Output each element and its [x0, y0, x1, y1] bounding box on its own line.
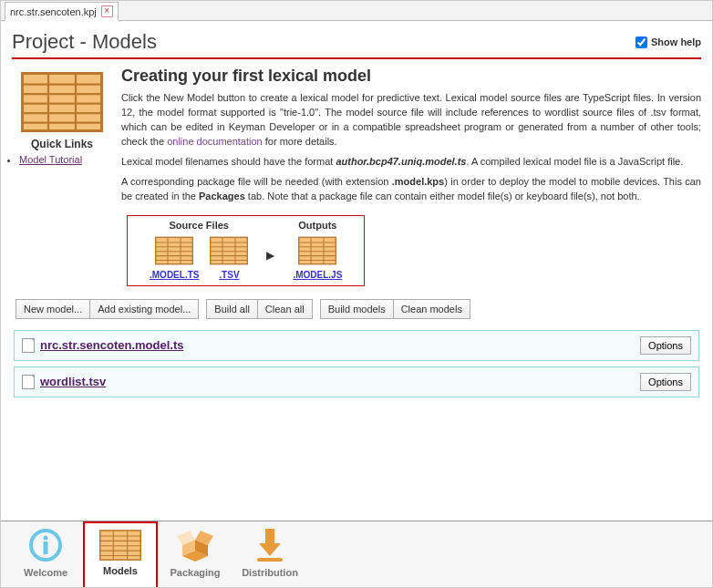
- diagram-source-col: Source Files .MODEL.TS .TSV: [144, 220, 253, 280]
- file-link[interactable]: nrc.str.sencoten.model.ts: [40, 338, 184, 352]
- file-tab-label: nrc.str.sencoten.kpj: [10, 6, 97, 17]
- help-heading: Creating your first lexical model: [121, 67, 701, 86]
- diagram-output-title: Outputs: [287, 220, 347, 236]
- quick-link-model-tutorial[interactable]: Model Tutorial: [19, 154, 82, 165]
- models-large-icon: [21, 72, 103, 132]
- model-filename-format: author.bcp47.uniq.model.ts: [336, 156, 466, 167]
- table-icon: [155, 236, 193, 265]
- svg-marker-17: [259, 543, 281, 556]
- diagram-item-model-js: .MODEL.JS: [293, 236, 342, 280]
- show-help-label: Show help: [651, 36, 701, 47]
- package-icon: [177, 527, 213, 563]
- new-model-button[interactable]: New model...: [16, 299, 90, 319]
- document-icon: [22, 375, 35, 389]
- info-icon: [27, 527, 64, 563]
- nav-packaging[interactable]: Packaging: [158, 521, 232, 587]
- help-paragraph-1: Click the New Model button to create a l…: [121, 91, 701, 150]
- svg-rect-18: [257, 558, 283, 562]
- add-existing-model-button[interactable]: Add existing model...: [89, 299, 199, 319]
- diagram-arrow-icon: ▶: [266, 249, 274, 262]
- build-all-button[interactable]: Build all: [206, 299, 258, 319]
- svg-rect-10: [44, 542, 48, 554]
- file-tab[interactable]: nrc.str.sencoten.kpj ×: [5, 2, 119, 21]
- page-title: Project - Models: [12, 30, 157, 54]
- file-options-button[interactable]: Options: [640, 373, 691, 391]
- source-output-diagram: Source Files .MODEL.TS .TSV ▶ Ou: [127, 215, 365, 286]
- table-icon: [99, 529, 141, 562]
- nav-distribution[interactable]: Distribution: [232, 521, 307, 587]
- packages-tab-ref: Packages: [199, 191, 245, 201]
- download-icon: [252, 527, 288, 563]
- online-documentation-link[interactable]: online documentation: [167, 136, 263, 147]
- diagram-output-col: Outputs .MODEL.JS: [287, 220, 347, 280]
- svg-point-9: [44, 536, 48, 541]
- diagram-source-title: Source Files: [144, 220, 253, 236]
- file-item: wordlist.tsv Options: [14, 366, 699, 397]
- clean-all-button[interactable]: Clean all: [257, 299, 313, 319]
- page-header: Project - Models Show help: [12, 30, 701, 59]
- show-help-toggle[interactable]: Show help: [632, 34, 701, 51]
- build-models-button[interactable]: Build models: [320, 299, 394, 319]
- package-extension: .model.kps: [392, 176, 444, 187]
- close-tab-icon[interactable]: ×: [101, 5, 113, 17]
- quick-links-heading: Quick Links: [12, 138, 112, 150]
- diagram-item-model-ts: .MODEL.TS: [150, 236, 199, 280]
- help-paragraph-2: Lexical model filenames should have the …: [121, 155, 701, 170]
- show-help-checkbox[interactable]: [636, 36, 647, 48]
- sidebar: Quick Links Model Tutorial: [12, 67, 121, 297]
- svg-rect-16: [265, 529, 274, 543]
- quick-links-list: Model Tutorial: [19, 154, 112, 165]
- diagram-item-tsv: .TSV: [210, 236, 248, 280]
- help-content: Creating your first lexical model Click …: [121, 67, 701, 297]
- file-item: nrc.str.sencoten.model.ts Options: [14, 330, 699, 361]
- help-paragraph-3: A corresponding package file will be nee…: [121, 175, 701, 204]
- nav-models[interactable]: Models: [83, 521, 158, 588]
- clean-models-button[interactable]: Clean models: [393, 299, 470, 319]
- file-tab-bar: nrc.str.sencoten.kpj ×: [1, 1, 712, 21]
- models-toolbar: New model... Add existing model... Build…: [16, 299, 701, 319]
- bottom-nav: Welcome Models Packaging Distribution: [1, 521, 712, 587]
- nav-welcome[interactable]: Welcome: [8, 521, 83, 587]
- file-options-button[interactable]: Options: [640, 336, 691, 355]
- table-icon: [298, 236, 336, 265]
- document-icon: [22, 338, 35, 353]
- file-link[interactable]: wordlist.tsv: [40, 375, 106, 388]
- table-icon: [210, 236, 248, 265]
